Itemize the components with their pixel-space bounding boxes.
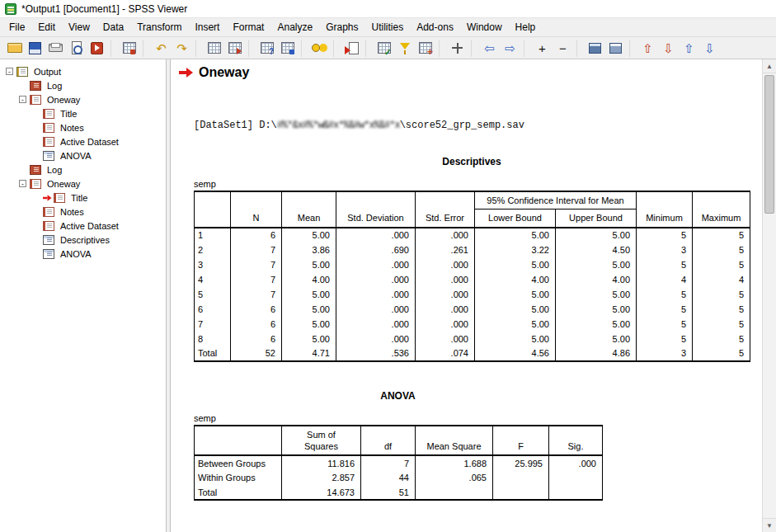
variables-icon[interactable] [256, 39, 277, 58]
open-file-icon[interactable] [4, 39, 25, 58]
use-sets-icon[interactable] [309, 39, 330, 58]
select-objects-icon[interactable] [447, 39, 468, 58]
cell-value: 5.00 [282, 317, 336, 332]
menu-format[interactable]: Format [226, 18, 270, 36]
collapse-icon[interactable]: − [553, 39, 573, 58]
cell-value: 5 [637, 302, 693, 317]
dataset-icon [43, 137, 54, 147]
row-label: 5 [195, 287, 231, 302]
menu-help[interactable]: Help [509, 18, 543, 36]
column-header: Std. Deviation [336, 191, 416, 228]
row-label: 7 [195, 317, 231, 332]
expander-minus-icon[interactable]: - [6, 68, 13, 75]
descriptives-table[interactable]: N Mean Std. Deviation Std. Error 95% Con… [194, 191, 750, 362]
scrollbar-track[interactable] [763, 215, 776, 518]
outline-item-notes[interactable]: Notes [6, 205, 164, 219]
cell-value: 3.86 [282, 242, 336, 257]
promote-outline-icon[interactable]: ⇧ [637, 39, 658, 58]
dialog-recall-icon[interactable] [119, 39, 139, 58]
cell-value: 52 [231, 346, 282, 361]
outline-item-title[interactable]: Title [6, 191, 164, 205]
filter-icon[interactable] [394, 39, 415, 58]
select-last-output-icon[interactable] [341, 39, 362, 58]
cell-value: .000 [336, 302, 416, 317]
anova-output: ANOVA semp Sum of Squares df Mean Square… [194, 390, 602, 501]
cell-value: .536 [336, 346, 416, 361]
print-icon[interactable] [45, 39, 66, 58]
redo-icon[interactable]: ↷ [172, 39, 192, 58]
back-icon[interactable]: ⇦ [479, 39, 500, 58]
column-header: F [493, 426, 549, 456]
cell-value: .000 [416, 287, 475, 302]
insert-heading-icon[interactable] [415, 39, 435, 58]
title-icon [43, 109, 54, 119]
outline-item-anova[interactable]: ANOVA [6, 148, 164, 162]
expander-minus-icon[interactable]: - [19, 180, 26, 187]
outline-item-descriptives[interactable]: Descriptives [6, 233, 164, 247]
designate-window-icon[interactable] [374, 39, 394, 58]
ci-group-header: 95% Confidence Interval for Mean [475, 191, 637, 210]
scrollbar-thumb[interactable] [764, 75, 774, 214]
toolbar-separator [195, 40, 201, 57]
cell-value: 3 [637, 346, 693, 361]
collapse-outline-icon[interactable]: ⇩ [699, 39, 720, 58]
save-icon[interactable] [25, 39, 45, 58]
outline-item-label: Active Dataset [58, 221, 121, 231]
outline-item-notes[interactable]: Notes [6, 120, 164, 134]
cell-value: 5.00 [475, 228, 556, 242]
menu-analyze[interactable]: Analyze [270, 18, 319, 36]
menu-view[interactable]: View [62, 18, 96, 36]
anova-table[interactable]: Sum of Squares df Mean Square F Sig. Bet… [194, 425, 603, 501]
expander-minus-icon[interactable]: - [19, 96, 26, 103]
outline-item-label: Output [31, 67, 63, 77]
menu-insert[interactable]: Insert [188, 18, 226, 36]
table-row: 865.00.000.0005.005.0055 [195, 332, 750, 346]
menu-graphs[interactable]: Graphs [319, 18, 364, 36]
cell-value: .000 [416, 332, 475, 346]
cell-value: 4.00 [475, 272, 556, 287]
menu-window[interactable]: Window [460, 18, 509, 36]
titlebar[interactable]: *Output1 [Document1] - SPSS Viewer [0, 0, 776, 18]
vertical-scrollbar[interactable]: ▲ ▼ [762, 59, 776, 532]
hide-output-icon[interactable] [605, 39, 626, 58]
expand-icon[interactable]: + [532, 39, 553, 58]
menu-data[interactable]: Data [96, 18, 130, 36]
scroll-up-icon[interactable]: ▲ [763, 59, 776, 73]
find-icon[interactable] [277, 39, 298, 58]
table-row: 665.00.000.0005.005.0055 [195, 302, 750, 317]
goto-data-icon[interactable] [204, 39, 224, 58]
forward-icon[interactable]: ⇨ [500, 39, 520, 58]
menu-utilities[interactable]: Utilities [365, 18, 411, 36]
cell-value: 4.86 [556, 346, 637, 361]
demote-outline-icon[interactable]: ⇩ [658, 39, 679, 58]
outline-item-active-dataset[interactable]: Active Dataset [6, 219, 164, 233]
dataset-icon [43, 221, 54, 231]
menu-file[interactable]: File [2, 18, 31, 36]
cell-value: 5.00 [556, 257, 637, 272]
spss-app-icon [5, 3, 16, 15]
menu-edit[interactable]: Edit [31, 18, 62, 36]
column-header: df [361, 426, 416, 456]
cell-value: 4.00 [282, 272, 336, 287]
expand-outline-icon[interactable]: ⇧ [679, 39, 699, 58]
goto-case-icon[interactable] [224, 39, 245, 58]
scroll-down-icon[interactable]: ▼ [763, 518, 776, 532]
outline-item-oneway[interactable]: -Oneway [6, 177, 164, 191]
outline-item-anova[interactable]: ANOVA [6, 247, 164, 261]
outline-item-oneway[interactable]: -Oneway [6, 92, 164, 106]
outline-item-output[interactable]: -Output [6, 64, 164, 78]
outline-item-active-dataset[interactable]: Active Dataset [6, 134, 164, 148]
cell-value: 6 [231, 228, 282, 242]
undo-icon[interactable]: ↶ [151, 39, 172, 58]
outline-item-log[interactable]: Log [6, 78, 164, 92]
menu-add-ons[interactable]: Add-ons [410, 18, 460, 36]
show-output-icon[interactable] [585, 39, 605, 58]
outline-item-title[interactable]: Title [6, 106, 164, 120]
cell-value: 5 [637, 287, 693, 302]
print-preview-icon[interactable] [66, 39, 87, 58]
export-output-icon[interactable] [87, 39, 107, 58]
outline-item-log[interactable]: Log [6, 162, 164, 177]
anova-layer-label: semp [194, 413, 602, 423]
menu-transform[interactable]: Transform [130, 18, 188, 36]
cell-value: 5 [693, 346, 750, 361]
